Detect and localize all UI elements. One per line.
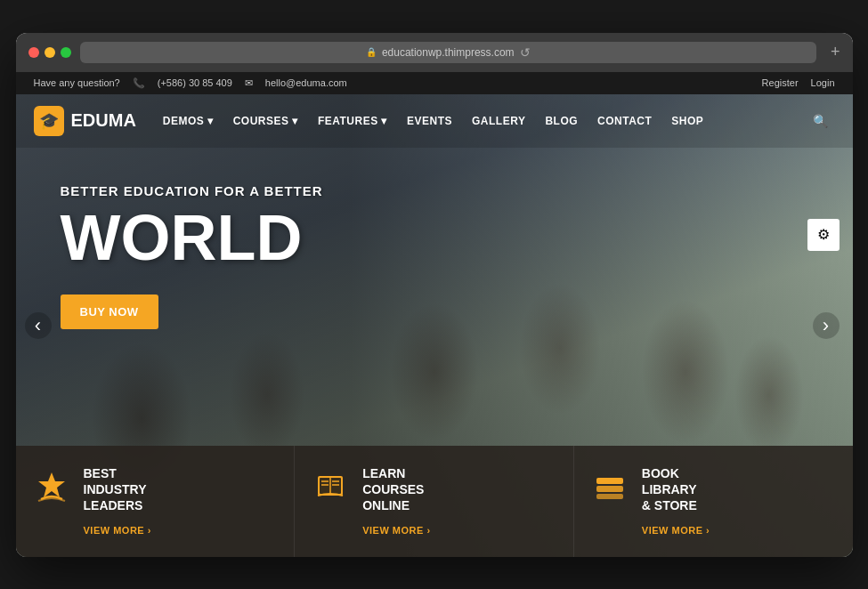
reload-button[interactable]: ↺ <box>520 45 531 60</box>
nav-item-blog: BLOG <box>536 108 587 134</box>
site-wrapper: Have any question? 📞 (+586) 30 85 409 ✉ … <box>16 72 853 557</box>
gear-icon: ⚙ <box>817 226 830 243</box>
nav-link-features[interactable]: FEATURES ▾ <box>309 108 396 134</box>
hero-title: WORLD <box>61 206 323 270</box>
slider-next-arrow[interactable]: › <box>813 312 840 339</box>
top-bar-contact: Have any question? 📞 (+586) 30 85 409 ✉ … <box>34 77 347 89</box>
nav-item-features: FEATURES ▾ <box>309 108 396 134</box>
register-link[interactable]: Register <box>762 77 799 88</box>
nav-link-courses[interactable]: COURSES ▾ <box>224 108 307 134</box>
card-body-courses: LEARNCOURSESONLINE VIEW MORE <box>362 465 430 537</box>
nav-link-events[interactable]: EVENTS <box>398 108 461 134</box>
hero-content: BETTER EDUCATION FOR A BETTER WORLD BUY … <box>61 183 323 329</box>
browser-window: 🔒 educationwp.thimpress.com ↺ + Have any… <box>16 33 853 557</box>
maximize-button[interactable] <box>61 47 71 58</box>
nav-item-contact: CONTACT <box>588 108 661 134</box>
svg-rect-3 <box>596 478 623 484</box>
minimize-button[interactable] <box>45 47 55 58</box>
nav-item-gallery: GALLERY <box>463 108 534 134</box>
card-link-industry[interactable]: VIEW MORE <box>84 525 151 536</box>
card-title-library: BOOKLIBRARY& STORE <box>642 465 710 514</box>
hero-subtitle: BETTER EDUCATION FOR A BETTER <box>61 183 323 198</box>
card-body-industry: BESTINDUSTRYLEADERS VIEW MORE <box>84 465 151 537</box>
card-title-industry: BESTINDUSTRYLEADERS <box>84 465 151 514</box>
card-link-library[interactable]: VIEW MORE <box>642 525 710 536</box>
card-book-library: BOOKLIBRARY& STORE VIEW MORE <box>574 446 853 557</box>
card-title-courses: LEARNCOURSESONLINE <box>362 465 430 514</box>
lock-icon: 🔒 <box>366 47 377 57</box>
question-text: Have any question? <box>34 77 120 88</box>
address-bar[interactable]: 🔒 educationwp.thimpress.com ↺ <box>80 42 816 63</box>
library-icon <box>592 469 628 512</box>
phone-icon: 📞 <box>133 77 145 89</box>
nav-link-demos[interactable]: DEMOS ▾ <box>154 108 223 134</box>
url-text: educationwp.thimpress.com <box>382 46 515 59</box>
nav-item-demos: DEMOS ▾ <box>154 108 223 134</box>
buy-now-button[interactable]: BUY NOW <box>61 294 158 329</box>
email-icon: ✉ <box>245 77 253 89</box>
nav-link-blog[interactable]: BLOG <box>536 108 587 134</box>
nav-link-shop[interactable]: SHOP <box>662 108 712 134</box>
logo-text: EDUMA <box>71 110 136 131</box>
browser-chrome: 🔒 educationwp.thimpress.com ↺ + <box>16 33 853 72</box>
logo-link[interactable]: 🎓 EDUMA <box>34 106 136 136</box>
top-bar: Have any question? 📞 (+586) 30 85 409 ✉ … <box>16 72 853 94</box>
book-icon <box>312 469 348 512</box>
email-address: hello@eduma.com <box>265 77 347 88</box>
new-tab-button[interactable]: + <box>831 43 840 61</box>
nav-link-gallery[interactable]: GALLERY <box>463 108 534 134</box>
star-award-icon <box>34 469 69 512</box>
main-nav: 🎓 EDUMA DEMOS ▾ COURSES ▾ FEATURES ▾ EVE… <box>16 94 853 148</box>
svg-marker-0 <box>38 472 65 497</box>
svg-rect-5 <box>596 494 623 499</box>
card-link-courses[interactable]: VIEW MORE <box>362 525 430 536</box>
nav-item-shop: SHOP <box>662 108 712 134</box>
logo-icon: 🎓 <box>34 106 64 136</box>
traffic-lights <box>28 47 71 58</box>
settings-button[interactable]: ⚙ <box>807 219 840 251</box>
login-link[interactable]: Login <box>811 77 835 88</box>
top-bar-auth: Register Login <box>762 77 835 88</box>
card-body-library: BOOKLIBRARY& STORE VIEW MORE <box>642 465 710 537</box>
slider-prev-arrow[interactable]: ‹ <box>25 312 52 339</box>
nav-menu: DEMOS ▾ COURSES ▾ FEATURES ▾ EVENTS GALL… <box>154 108 806 134</box>
search-icon[interactable]: 🔍 <box>806 107 835 135</box>
hero-section: 🎓 EDUMA DEMOS ▾ COURSES ▾ FEATURES ▾ EVE… <box>16 94 853 557</box>
card-industry-leaders: BESTINDUSTRYLEADERS VIEW MORE <box>16 446 296 557</box>
svg-rect-4 <box>596 486 623 492</box>
nav-item-courses: COURSES ▾ <box>224 108 307 134</box>
nav-link-contact[interactable]: CONTACT <box>588 108 661 134</box>
feature-cards: BESTINDUSTRYLEADERS VIEW MORE <box>16 446 853 557</box>
nav-item-events: EVENTS <box>398 108 461 134</box>
card-learn-courses: LEARNCOURSESONLINE VIEW MORE <box>295 446 574 557</box>
phone-number: (+586) 30 85 409 <box>158 77 232 88</box>
close-button[interactable] <box>28 47 39 58</box>
